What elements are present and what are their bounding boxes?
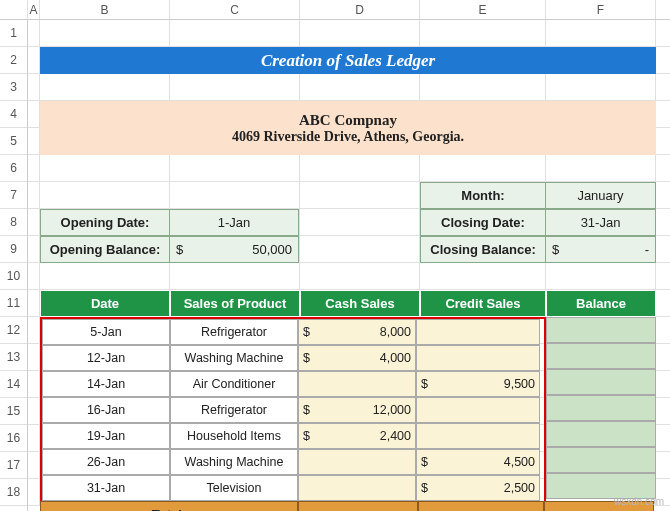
company-address: 4069 Riverside Drive, Athens, Georgia. bbox=[40, 129, 656, 145]
th-balance: Balance bbox=[546, 290, 656, 317]
cell-credit[interactable] bbox=[416, 319, 540, 345]
row-8[interactable]: 8 bbox=[0, 209, 27, 236]
row-19[interactable]: 19 bbox=[0, 506, 27, 511]
col-C[interactable]: C bbox=[170, 0, 300, 19]
cell-cash[interactable]: $2,400 bbox=[298, 423, 416, 449]
row-2[interactable]: 2 bbox=[0, 47, 27, 74]
col-A[interactable]: A bbox=[28, 0, 40, 19]
cell-cash[interactable] bbox=[298, 449, 416, 475]
row-12[interactable]: 12 bbox=[0, 317, 27, 344]
cell-date[interactable]: 16-Jan bbox=[42, 397, 170, 423]
row-6[interactable]: 6 bbox=[0, 155, 27, 182]
cash-value: 12,000 bbox=[373, 403, 411, 417]
row-4[interactable]: 4 bbox=[0, 101, 27, 128]
cell-product[interactable]: Household Items bbox=[170, 423, 298, 449]
opening-date-value[interactable]: 1-Jan bbox=[170, 209, 299, 236]
opening-date-label: Opening Date: bbox=[40, 209, 170, 236]
cell-cash[interactable]: $8,000 bbox=[298, 319, 416, 345]
cell-date[interactable]: 26-Jan bbox=[42, 449, 170, 475]
cell-product[interactable]: Television bbox=[170, 475, 298, 501]
th-date: Date bbox=[40, 290, 170, 317]
cell-cash[interactable] bbox=[298, 371, 416, 397]
cell-product[interactable]: Air Conditioner bbox=[170, 371, 298, 397]
closing-balance-value[interactable]: $ - bbox=[546, 236, 656, 263]
month-value[interactable]: January bbox=[546, 182, 656, 209]
company-box: ABC Compnay 4069 Riverside Drive, Athens… bbox=[40, 101, 656, 155]
balance-cell[interactable] bbox=[546, 343, 656, 369]
total-row: Total: bbox=[40, 501, 654, 511]
cell-credit[interactable] bbox=[416, 397, 540, 423]
opening-block: Opening Date: 1-Jan Opening Balance: $ 5… bbox=[40, 209, 300, 263]
cell-date[interactable]: 5-Jan bbox=[42, 319, 170, 345]
cell-date[interactable]: 31-Jan bbox=[42, 475, 170, 501]
currency-symbol: $ bbox=[176, 242, 183, 257]
cell-date[interactable]: 12-Jan bbox=[42, 345, 170, 371]
currency-symbol: $ bbox=[421, 455, 428, 469]
table-row[interactable]: 26-Jan Washing Machine $4,500 bbox=[42, 449, 544, 475]
balance-cell[interactable] bbox=[546, 369, 656, 395]
cell-credit[interactable]: $4,500 bbox=[416, 449, 540, 475]
row-7[interactable]: 7 bbox=[0, 182, 27, 209]
row-18[interactable]: 18 bbox=[0, 479, 27, 506]
th-product: Sales of Product bbox=[170, 290, 300, 317]
currency-symbol: $ bbox=[552, 242, 559, 257]
cell-cash[interactable]: $4,000 bbox=[298, 345, 416, 371]
company-name: ABC Compnay bbox=[40, 112, 656, 129]
opening-balance-value[interactable]: $ 50,000 bbox=[170, 236, 299, 263]
cell-product[interactable]: Washing Machine bbox=[170, 449, 298, 475]
table-row[interactable]: 12-Jan Washing Machine $4,000 bbox=[42, 345, 544, 371]
table-row[interactable]: 31-Jan Television $2,500 bbox=[42, 475, 544, 501]
total-credit[interactable] bbox=[418, 501, 544, 511]
cell-credit[interactable]: $9,500 bbox=[416, 371, 540, 397]
cell-date[interactable]: 14-Jan bbox=[42, 371, 170, 397]
cell-credit[interactable] bbox=[416, 345, 540, 371]
row-17[interactable]: 17 bbox=[0, 452, 27, 479]
cell-product[interactable]: Washing Machine bbox=[170, 345, 298, 371]
row-3[interactable]: 3 bbox=[0, 74, 27, 101]
cell-date[interactable]: 19-Jan bbox=[42, 423, 170, 449]
row-1[interactable]: 1 bbox=[0, 20, 27, 47]
cash-value: 4,000 bbox=[380, 351, 411, 365]
col-E[interactable]: E bbox=[420, 0, 546, 19]
col-F[interactable]: F bbox=[546, 0, 656, 19]
row-16[interactable]: 16 bbox=[0, 425, 27, 452]
credit-value: 9,500 bbox=[504, 377, 535, 391]
balance-cell[interactable] bbox=[546, 317, 656, 343]
corner-cell[interactable] bbox=[0, 0, 28, 19]
credit-value: 4,500 bbox=[504, 455, 535, 469]
spreadsheet-grid[interactable]: Creation of Sales Ledger ABC Compnay 406… bbox=[28, 20, 670, 511]
cell-cash[interactable]: $12,000 bbox=[298, 397, 416, 423]
row-5[interactable]: 5 bbox=[0, 128, 27, 155]
opening-balance-label: Opening Balance: bbox=[40, 236, 170, 263]
currency-symbol: $ bbox=[303, 429, 310, 443]
closing-balance-label: Closing Balance: bbox=[420, 236, 546, 263]
cell-product[interactable]: Refrigerator bbox=[170, 397, 298, 423]
row-15[interactable]: 15 bbox=[0, 398, 27, 425]
total-label: Total: bbox=[40, 501, 298, 511]
cell-credit[interactable]: $2,500 bbox=[416, 475, 540, 501]
table-row[interactable]: 16-Jan Refrigerator $12,000 bbox=[42, 397, 544, 423]
currency-symbol: $ bbox=[303, 325, 310, 339]
row-13[interactable]: 13 bbox=[0, 344, 27, 371]
row-11[interactable]: 11 bbox=[0, 290, 27, 317]
table-row[interactable]: 19-Jan Household Items $2,400 bbox=[42, 423, 544, 449]
total-cash[interactable] bbox=[298, 501, 418, 511]
row-14[interactable]: 14 bbox=[0, 371, 27, 398]
balance-column bbox=[546, 317, 656, 499]
table-row[interactable]: 5-Jan Refrigerator $8,000 bbox=[42, 319, 544, 345]
cell-credit[interactable] bbox=[416, 423, 540, 449]
closing-date-value[interactable]: 31-Jan bbox=[546, 209, 656, 236]
balance-cell[interactable] bbox=[546, 421, 656, 447]
col-D[interactable]: D bbox=[300, 0, 420, 19]
row-9[interactable]: 9 bbox=[0, 236, 27, 263]
balance-cell[interactable] bbox=[546, 395, 656, 421]
table-row[interactable]: 14-Jan Air Conditioner $9,500 bbox=[42, 371, 544, 397]
cell-cash[interactable] bbox=[298, 475, 416, 501]
cell-product[interactable]: Refrigerator bbox=[170, 319, 298, 345]
balance-cell[interactable] bbox=[546, 447, 656, 473]
row-10[interactable]: 10 bbox=[0, 263, 27, 290]
col-B[interactable]: B bbox=[40, 0, 170, 19]
currency-symbol: $ bbox=[421, 481, 428, 495]
month-label: Month: bbox=[420, 182, 546, 209]
currency-symbol: $ bbox=[303, 351, 310, 365]
